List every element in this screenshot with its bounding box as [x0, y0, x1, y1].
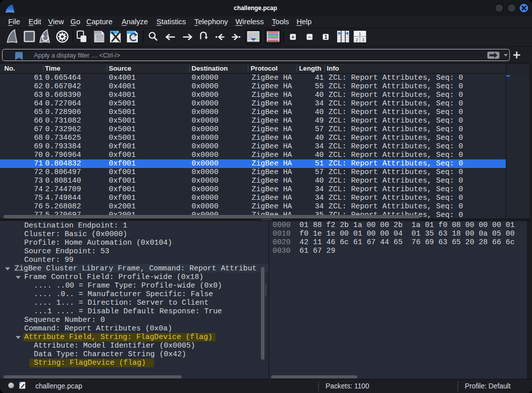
- svg-text:1: 1: [359, 31, 361, 36]
- svg-text:3: 3: [362, 37, 364, 42]
- svg-text:2: 2: [355, 37, 358, 42]
- svg-text:0101: 0101: [96, 39, 103, 42]
- svg-text:+: +: [291, 34, 294, 40]
- svg-text:−: −: [308, 34, 311, 40]
- svg-text:1: 1: [324, 34, 327, 40]
